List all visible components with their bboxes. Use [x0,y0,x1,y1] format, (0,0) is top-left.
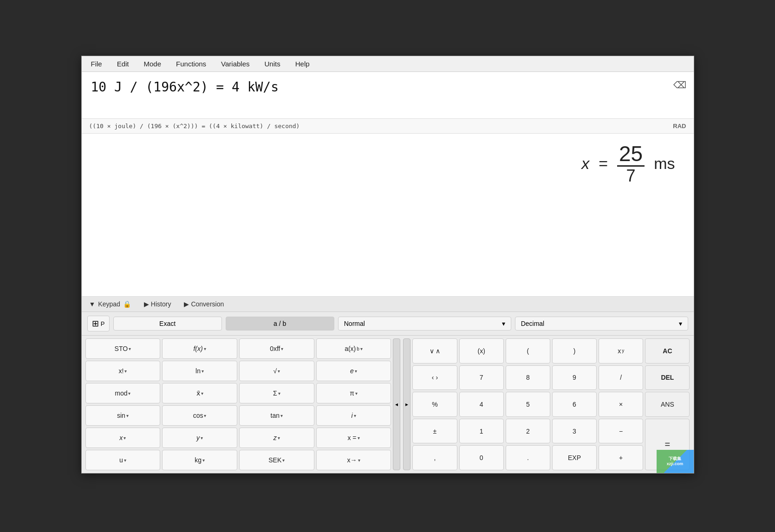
decimal-dropdown[interactable]: Decimal ▾ [515,317,688,331]
result-area: x = 25 7 ms [82,134,694,297]
normal-dropdown[interactable]: Normal ▾ [338,317,511,331]
keypad-header: ▼ Keypad 🔒 ▶ History ▶ Conversion [82,297,694,312]
menu-edit[interactable]: Edit [115,59,131,69]
main-input[interactable] [91,79,684,95]
key-del[interactable]: DEL [645,365,690,390]
key-x[interactable]: x ▾ [85,428,161,448]
fraction-button[interactable]: a / b [226,317,334,331]
key-7[interactable]: 7 [459,365,504,390]
grid-button[interactable]: ⊞ P [87,316,110,331]
collapse-right-button[interactable]: ▸ [403,338,410,470]
chevron-down-icon-decimal: ▾ [679,320,682,327]
watermark: 下载集xzji.com [657,450,694,473]
key-z[interactable]: z ▾ [239,428,314,448]
key-exp[interactable]: EXP [552,445,597,470]
chevron-down-icon-normal: ▾ [502,320,505,327]
key-divide[interactable]: / [599,365,643,390]
collapse-left-button[interactable]: ◂ [393,338,400,470]
key-4[interactable]: 4 [459,392,504,417]
key-0[interactable]: 0 [459,445,504,470]
keypad-toggle[interactable]: ▼ Keypad 🔒 [89,300,131,308]
menu-bar: File Edit Mode Functions Variables Units… [82,56,694,72]
fraction-denominator: 7 [626,167,636,184]
result-unit: ms [654,155,675,173]
key-plusminus[interactable]: ± [412,419,457,444]
key-cos[interactable]: cos ▾ [162,405,237,426]
history-toggle[interactable]: ▶ History [144,300,171,308]
key-ln[interactable]: ln ▾ [162,361,237,381]
key-nav-leftright[interactable]: ‹ › [412,365,457,390]
history-label: History [151,300,171,308]
result-expression: x = 25 7 ms [581,143,675,184]
key-y[interactable]: y ▾ [162,428,237,448]
menu-help[interactable]: Help [293,59,312,69]
backspace-button[interactable]: ⌫ [673,79,686,91]
exact-button[interactable]: Exact [113,317,222,331]
key-5[interactable]: 5 [506,392,550,417]
menu-variables[interactable]: Variables [219,59,251,69]
key-ac[interactable]: AC [645,338,690,363]
exact-label: Exact [159,320,176,327]
key-open-paren[interactable]: ( [506,338,550,363]
key-close-paren[interactable]: ) [552,338,597,363]
key-plus[interactable]: + [599,445,643,470]
decimal-label: Decimal [521,320,545,327]
key-xbar[interactable]: x̄ ▾ [162,383,237,403]
key-ans[interactable]: ANS [645,392,690,417]
grid-icon: ⊞ [92,318,99,329]
key-paren-x[interactable]: (x) [459,338,504,363]
key-dot[interactable]: . [506,445,550,470]
menu-file[interactable]: File [89,59,104,69]
chevron-right-icon: ▶ [144,300,149,308]
mode-row: ⊞ P Exact a / b Normal ▾ Decimal ▾ [82,312,694,336]
key-multiply[interactable]: × [599,392,643,417]
key-i[interactable]: i ▾ [316,405,391,426]
key-percent[interactable]: % [412,392,457,417]
key-2[interactable]: 2 [506,419,550,444]
input-area: ⌫ [82,72,694,118]
key-sqrt[interactable]: √ ▾ [239,361,314,381]
key-0xff[interactable]: 0xff ▾ [239,338,314,359]
key-xfact[interactable]: x! ▾ [85,361,161,381]
key-3[interactable]: 3 [552,419,597,444]
conversion-toggle[interactable]: ▶ Conversion [184,300,224,308]
menu-mode[interactable]: Mode [142,59,163,69]
rad-label: RAD [673,123,686,130]
key-8[interactable]: 8 [506,365,550,390]
key-sek[interactable]: SEK ▾ [239,450,314,470]
key-xy[interactable]: xy [599,338,643,363]
result-variable: x [581,155,589,173]
keypad-main: STO ▾ f(x) ▾ 0xff ▾ a(x)b ▾ x! ▾ ln ▾ √ … [82,336,694,473]
key-kg[interactable]: kg ▾ [162,450,237,470]
keypad-right: ∨ ∧ (x) ( ) xy AC ‹ › 7 8 9 / DEL % [412,338,690,470]
key-u[interactable]: u ▾ [85,450,161,470]
normal-label: Normal [344,320,365,327]
result-equals: = [599,155,608,173]
key-9[interactable]: 9 [552,365,597,390]
chevron-right-icon-2: ▶ [184,300,189,308]
key-xeq[interactable]: x = ▾ [316,428,391,448]
key-comma[interactable]: , [412,445,457,470]
key-sin[interactable]: sin ▾ [85,405,161,426]
conversion-label: Conversion [191,300,224,308]
key-sigma[interactable]: Σ ▾ [239,383,314,403]
key-pi[interactable]: π ▾ [316,383,391,403]
key-minus[interactable]: − [599,419,643,444]
key-sto[interactable]: STO ▾ [85,338,161,359]
key-mod[interactable]: mod ▾ [85,383,161,403]
key-axb[interactable]: a(x)b ▾ [316,338,391,359]
key-xarrow[interactable]: x→ ▾ [316,450,391,470]
menu-units[interactable]: Units [263,59,282,69]
fraction-numerator: 25 [617,143,645,167]
key-6[interactable]: 6 [552,392,597,417]
frac-label: a / b [274,320,286,327]
key-e[interactable]: e ▾ [316,361,391,381]
key-tan[interactable]: tan ▾ [239,405,314,426]
menu-functions[interactable]: Functions [174,59,208,69]
keypad-left: STO ▾ f(x) ▾ 0xff ▾ a(x)b ▾ x! ▾ ln ▾ √ … [85,338,391,470]
key-1[interactable]: 1 [459,419,504,444]
keypad-section: ▼ Keypad 🔒 ▶ History ▶ Conversion ⊞ P Ex… [82,297,694,473]
expression-text: ((10 × joule) / (196 × (x^2))) = ((4 × k… [89,123,300,130]
key-fx[interactable]: f(x) ▾ [162,338,237,359]
key-nav-updown[interactable]: ∨ ∧ [412,338,457,363]
